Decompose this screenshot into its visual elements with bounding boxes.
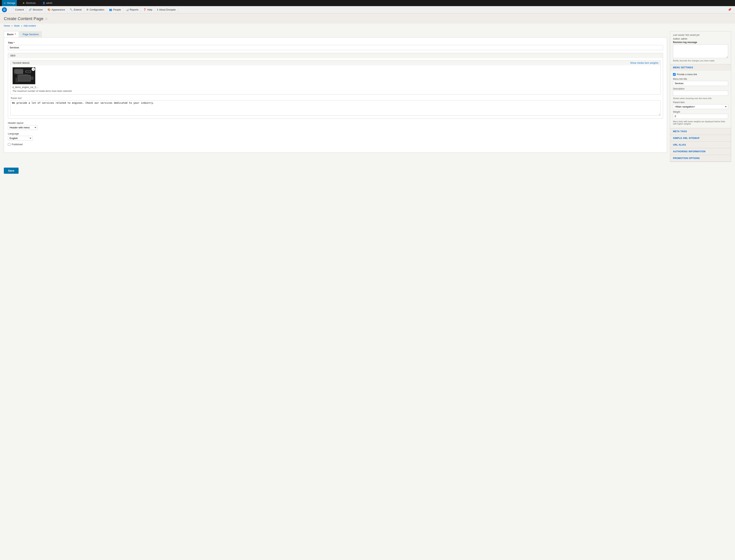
teaser-text-section: Teaser text bbox=[8, 97, 663, 118]
parent-item-select[interactable]: <Main navigation> <none> -- About -- Con… bbox=[673, 104, 728, 109]
last-saved-text: Last saved: Not saved yet bbox=[673, 34, 728, 36]
shortcuts-button[interactable]: ★ Shortcuts bbox=[21, 0, 37, 6]
structure-icon: 🔗 bbox=[29, 8, 32, 11]
nav-help[interactable]: ❓ Help bbox=[141, 6, 155, 13]
teaser-text-input[interactable] bbox=[10, 100, 661, 116]
required-marker: * bbox=[14, 33, 16, 36]
menu-settings-section: MENU SETTINGS Provide a menu link Menu l… bbox=[670, 64, 731, 128]
revision-log-help: Briefly describe the changes you have ma… bbox=[673, 60, 728, 62]
seo-header: SEO bbox=[8, 53, 663, 58]
breadcrumb-sep-2: » bbox=[21, 24, 22, 27]
provide-menu-link-label[interactable]: Provide a menu link bbox=[677, 73, 697, 76]
language-label: Language bbox=[8, 132, 663, 135]
page-title: Create Content Page ☆ bbox=[4, 16, 731, 21]
tab-basic[interactable]: Basic * bbox=[4, 31, 19, 37]
teaser-image-header: TEASER IMAGE Show media item weights bbox=[11, 61, 660, 65]
simple-xml-sitemap-section: SIMPLE XML SITEMAP bbox=[670, 135, 731, 142]
help-icon: ❓ bbox=[143, 8, 146, 11]
tab-page-sections[interactable]: Page Sections bbox=[19, 31, 42, 37]
svg-rect-3 bbox=[17, 74, 28, 79]
shortcuts-label: Shortcuts bbox=[26, 2, 36, 4]
nav-structure[interactable]: 🔗 Structure bbox=[26, 6, 45, 13]
authoring-info-section: AUTHORING INFORMATION bbox=[670, 148, 731, 155]
breadcrumb-sep-1: » bbox=[11, 24, 13, 27]
nav-configuration[interactable]: ⚙ Configuration bbox=[84, 6, 107, 13]
breadcrumb-add-content[interactable]: Add content bbox=[24, 24, 36, 27]
weight-group: Weight Menu links with lower weights are… bbox=[673, 111, 728, 125]
manage-icon: ≡ bbox=[3, 2, 6, 4]
parent-item-group: Parent item <Main navigation> <none> -- … bbox=[673, 101, 728, 109]
right-panel-top: Last saved: Not saved yet Author: admin … bbox=[670, 31, 731, 64]
authoring-info-header[interactable]: AUTHORING INFORMATION bbox=[670, 148, 731, 155]
svg-rect-1 bbox=[15, 69, 23, 74]
nav-content[interactable]: 📄 Content bbox=[9, 6, 26, 13]
svg-rect-7 bbox=[26, 71, 30, 72]
meta-tags-header[interactable]: META TAGS bbox=[670, 128, 731, 135]
menu-link-title-label: Menu link title bbox=[673, 78, 728, 80]
left-column: Basic * Page Sections Title * SEO bbox=[4, 31, 667, 153]
description-input[interactable] bbox=[673, 91, 728, 96]
nav-right: 📌 bbox=[726, 6, 735, 13]
published-checkbox[interactable] bbox=[8, 143, 11, 146]
menu-settings-body: Provide a menu link Menu link title Desc… bbox=[670, 71, 731, 128]
weight-label: Weight bbox=[673, 111, 728, 113]
title-field-group: Title * bbox=[8, 41, 663, 50]
menu-link-title-input[interactable] bbox=[673, 81, 728, 86]
admin-user-button[interactable]: 👤 admin bbox=[41, 0, 54, 6]
author-text: Author: admin bbox=[673, 37, 728, 40]
pin-icon[interactable]: 📌 bbox=[726, 8, 733, 11]
content-icon: 📄 bbox=[11, 8, 14, 11]
manage-label: Manage bbox=[7, 2, 15, 4]
nav-extend[interactable]: 🔧 Extend bbox=[67, 6, 84, 13]
nav-reports[interactable]: 📊 Reports bbox=[123, 6, 141, 13]
svg-rect-9 bbox=[29, 77, 33, 80]
site-logo[interactable]: D bbox=[1, 6, 8, 13]
header-layout-group: Header layout Header with menu Header wi… bbox=[8, 121, 663, 130]
description-label: Description bbox=[673, 87, 728, 90]
nav-about[interactable]: ℹ About Droopier bbox=[155, 6, 178, 13]
provide-menu-link-row: Provide a menu link bbox=[673, 73, 728, 76]
promotion-options-header[interactable]: PROMOTION OPTIONS bbox=[670, 155, 731, 161]
svg-point-5 bbox=[21, 70, 23, 73]
nav-people[interactable]: 👥 People bbox=[107, 6, 123, 13]
parent-item-label: Parent item bbox=[673, 101, 728, 104]
svg-point-4 bbox=[18, 70, 21, 73]
people-icon: 👥 bbox=[109, 8, 112, 11]
revision-log-label: Revision log message bbox=[673, 41, 728, 44]
right-panel: Last saved: Not saved yet Author: admin … bbox=[670, 31, 731, 162]
meta-tags-section: META TAGS bbox=[670, 128, 731, 135]
reports-icon: 📊 bbox=[126, 8, 129, 11]
seo-section: SEO TEASER IMAGE Show media item weights bbox=[8, 53, 663, 119]
nav-appearance[interactable]: 🎨 Appearance bbox=[45, 6, 67, 13]
favorite-star-icon[interactable]: ☆ bbox=[45, 17, 48, 21]
simple-xml-sitemap-header[interactable]: SIMPLE XML SITEMAP bbox=[670, 135, 731, 141]
published-group: Published bbox=[8, 143, 663, 146]
menu-settings-header[interactable]: MENU SETTINGS bbox=[670, 64, 731, 71]
provide-menu-link-checkbox[interactable] bbox=[673, 73, 676, 76]
url-alias-section: URL ALIAS bbox=[670, 142, 731, 148]
breadcrumb-home[interactable]: Home bbox=[4, 24, 10, 27]
published-label[interactable]: Published bbox=[12, 143, 23, 146]
show-media-weights-link[interactable]: Show media item weights bbox=[630, 62, 658, 64]
header-layout-label: Header layout bbox=[8, 121, 663, 124]
weight-help: Menu links with lower weights are displa… bbox=[673, 120, 728, 125]
manage-button[interactable]: ≡ Manage bbox=[2, 0, 17, 6]
language-select[interactable]: English French German Spanish bbox=[8, 136, 33, 141]
image-remove-button[interactable]: ✕ bbox=[32, 68, 35, 71]
seo-body: TEASER IMAGE Show media item weights bbox=[8, 60, 663, 118]
configuration-icon: ⚙ bbox=[86, 8, 89, 11]
url-alias-header[interactable]: URL ALIAS bbox=[670, 142, 731, 148]
title-input[interactable] bbox=[8, 45, 663, 50]
nav-bar: D 📄 Content 🔗 Structure 🎨 Appearance 🔧 E… bbox=[0, 6, 735, 13]
breadcrumb-node[interactable]: Node bbox=[14, 24, 20, 27]
about-icon: ℹ bbox=[157, 8, 158, 11]
page-header: Create Content Page ☆ bbox=[0, 13, 735, 23]
header-layout-select[interactable]: Header with menu Header without menu No … bbox=[8, 125, 38, 130]
extend-icon: 🔧 bbox=[70, 8, 73, 11]
form-area: Title * SEO TEASER IMAGE Show media item… bbox=[4, 37, 667, 153]
save-button[interactable]: Save bbox=[4, 168, 19, 174]
appearance-icon: 🎨 bbox=[47, 8, 51, 11]
description-help: Shown when hovering over the menu link. bbox=[673, 97, 728, 99]
weight-input[interactable] bbox=[673, 114, 728, 119]
revision-log-textarea[interactable] bbox=[673, 44, 728, 58]
